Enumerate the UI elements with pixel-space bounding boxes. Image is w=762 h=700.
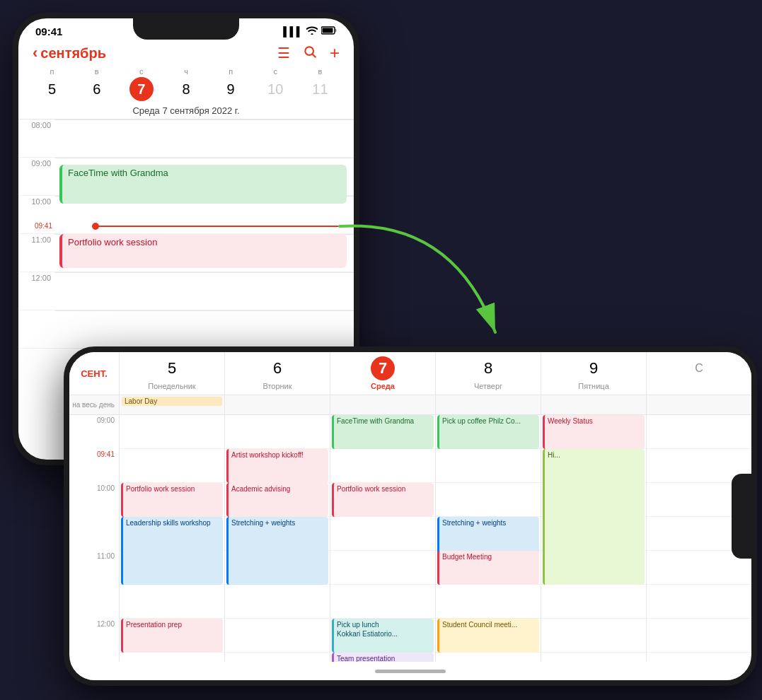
notch [133, 18, 239, 40]
hour-cell [541, 585, 646, 619]
day-body-mon: Portfolio work session Leadership skills… [119, 415, 224, 662]
hour-cell [120, 653, 224, 662]
event-label: Academic advising [231, 485, 290, 493]
day-num-6[interactable]: 11 [308, 77, 332, 101]
back-chevron-icon: ‹ [33, 44, 37, 62]
event-label: Weekly Status [548, 417, 593, 425]
calendar-header: ‹ сентябрь ☰ + [18, 40, 354, 67]
add-icon[interactable]: + [330, 43, 340, 63]
day-label-mon: Понедельник [148, 382, 195, 390]
hour-cell [225, 415, 330, 449]
event-academic-advising[interactable]: Academic advising [226, 483, 328, 517]
event-pickup-coffee[interactable]: Pick up coffee Philz Co... [437, 415, 539, 449]
weekday-col-5: с 10 [253, 67, 298, 101]
day-num-0[interactable]: 5 [40, 77, 64, 101]
allday-col-tue [224, 395, 330, 414]
weekday-col-0: п 5 [30, 67, 74, 101]
day-col-mon[interactable]: 5 Понедельник [119, 352, 224, 395]
hour-cell [330, 585, 435, 619]
header-icons: ☰ + [277, 43, 340, 63]
event-label: Hi... [548, 451, 560, 459]
event-pickup-lunch[interactable]: Pick up lunchKokkari Estiatorio... [332, 619, 434, 653]
event-portfolio-work[interactable]: Portfolio work session [59, 234, 347, 268]
event-facetime-land[interactable]: FaceTime with Grandma [332, 415, 434, 449]
hour-cell [120, 415, 224, 449]
day-label-2: с [119, 67, 163, 76]
svg-rect-1 [323, 28, 333, 33]
ts-blank1 [69, 517, 119, 551]
day-col-fri[interactable]: 9 Пятница [541, 352, 646, 395]
allday-col-wed [330, 395, 435, 414]
event-label: Pick up lunchKokkari Estiatorio... [337, 621, 398, 638]
event-label: Stretching + weights [442, 519, 506, 527]
hour-cell [436, 449, 541, 483]
calendar-body: 09:00 09:41 10:00 11:00 12:00 13:00 14:0… [69, 415, 751, 662]
month-back[interactable]: ‹ сентябрь [33, 44, 106, 62]
day-num-3[interactable]: 8 [174, 77, 198, 101]
wifi-icon [306, 26, 318, 37]
event-label: Leadership skills workshop [126, 519, 211, 527]
day-num-wed-today: 7 [371, 356, 395, 380]
event-leadership[interactable]: Leadership skills workshop [121, 517, 223, 585]
ts-12: 12:00 [69, 619, 119, 653]
svg-line-4 [313, 54, 316, 57]
day-label-1: в [74, 67, 119, 76]
time-column: 09:00 09:41 10:00 11:00 12:00 13:00 14:0… [69, 415, 119, 662]
day-body-fri: Weekly Status Hi... [541, 415, 646, 662]
signal-icon: ▌▌▌ [283, 26, 303, 37]
event-presentation-prep[interactable]: Presentation prep [121, 619, 223, 653]
time-row-13 [18, 310, 354, 349]
hour-cell [436, 653, 541, 662]
list-icon[interactable]: ☰ [277, 45, 290, 62]
day-col-wed[interactable]: 7 Среда [330, 352, 435, 395]
day-col-tue[interactable]: 6 Вторник [224, 352, 330, 395]
event-weekly-status[interactable]: Weekly Status [543, 415, 645, 449]
day-label-tue: Вторник [262, 382, 291, 390]
ts-blank3 [69, 653, 119, 662]
day-label-fri: Пятница [578, 382, 609, 390]
event-portfolio-mon[interactable]: Portfolio work session [121, 483, 223, 517]
event-team-presentation[interactable]: Team presentation [332, 653, 434, 662]
event-artist-workshop[interactable]: Artist workshop kickoff! [226, 449, 328, 483]
allday-col-fri [541, 395, 646, 414]
day-num-2-today[interactable]: 7 [129, 77, 154, 101]
hour-cell [541, 619, 646, 653]
time-8-label: 08:00 [18, 119, 55, 129]
battery-icon [321, 26, 337, 37]
day-num-5[interactable]: 10 [263, 77, 287, 101]
day-col-thu[interactable]: 8 Четверг [435, 352, 541, 395]
time-13-label [18, 310, 55, 312]
event-label: Stretching + weights [231, 519, 295, 527]
event-budget-meeting[interactable]: Budget Meeting [437, 551, 539, 585]
event-stretching-tue[interactable]: Stretching + weights [226, 517, 328, 585]
hour-cell [436, 585, 541, 619]
time-grid: 08:00 09:00 10:00 11:00 12:00 [18, 119, 354, 360]
event-label: Portfolio work session [126, 485, 195, 493]
allday-row: на весь день Labor Day [69, 395, 751, 415]
day-num-fri: 9 [582, 356, 606, 380]
day-num-mon: 5 [160, 356, 184, 380]
hour-cell [225, 619, 330, 653]
hour-cell [330, 517, 435, 551]
day-num-1[interactable]: 6 [85, 77, 109, 101]
weekday-col-4: п 9 [209, 67, 253, 101]
day-body-tue: Artist workshop kickoff! Academic advisi… [224, 415, 330, 662]
event-facetime-grandma[interactable]: FaceTime with Grandma [59, 165, 347, 204]
hour-cell [647, 415, 751, 449]
event-hi[interactable]: Hi... [543, 449, 645, 585]
hour-cell [647, 585, 751, 619]
hour-cell [436, 483, 541, 517]
ts-9: 09:00 [69, 415, 119, 449]
day-col-sat[interactable]: С [646, 352, 751, 395]
event-label: Pick up coffee Philz Co... [442, 417, 521, 425]
time-9-label: 09:00 [18, 158, 55, 168]
ts-blank2 [69, 585, 119, 619]
labor-day-event[interactable]: Labor Day [122, 397, 222, 406]
home-bar [69, 662, 751, 680]
hour-cell [330, 551, 435, 585]
allday-col-sat [646, 395, 751, 414]
event-portfolio-wed[interactable]: Portfolio work session [332, 483, 434, 517]
event-student-council[interactable]: Student Council meeti... [437, 619, 539, 653]
search-icon[interactable] [303, 45, 317, 62]
day-num-4[interactable]: 9 [219, 77, 243, 101]
